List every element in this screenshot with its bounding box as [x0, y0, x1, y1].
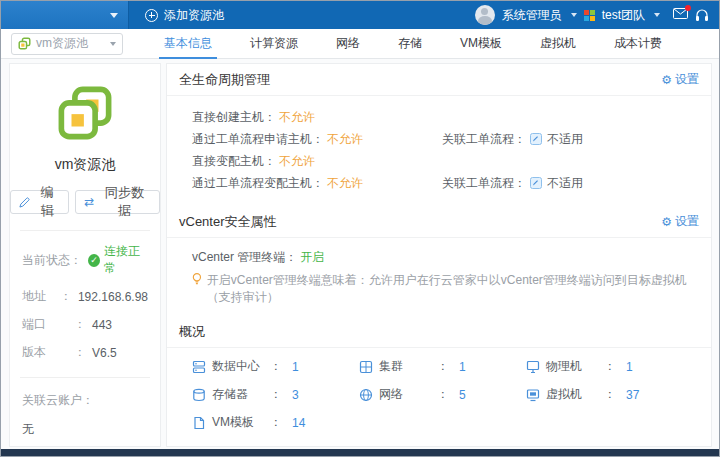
vapp-pool-icon — [58, 86, 112, 140]
cloud-account-value: 无 — [10, 409, 160, 438]
tab-basic-info[interactable]: 基本信息 — [145, 29, 231, 59]
pool-title: vm资源池 — [10, 156, 160, 174]
lifecycle-row-reconfigure-workflow: 通过工单流程变配主机： 不允许 关联工单流程： 不适用 — [192, 172, 699, 194]
chevron-down-icon — [110, 13, 118, 18]
status-row: 当前状态 ： ✓ 连接正常 — [22, 243, 148, 277]
pool-summary-panel: vm资源池 编辑 ⇄ 同步数据 当前状态 ： — [9, 63, 161, 447]
lifecycle-settings-button[interactable]: ⚙ 设置 — [661, 71, 699, 88]
lifecycle-row-reconfigure: 直接变配主机： 不允许 — [192, 150, 699, 172]
datacenter-count-link[interactable]: 1 — [292, 360, 299, 374]
messages-button[interactable] — [673, 8, 688, 22]
lifecycle-row-create: 直接创建主机： 不允许 — [192, 106, 699, 128]
port-label: 端口 — [22, 316, 74, 333]
plus-circle-icon — [145, 9, 158, 22]
secondary-toolbar: vm资源池 基本信息 计算资源 网络 存储 VM模板 虚拟机 成本计费 — [1, 29, 719, 59]
pool-select-dropdown[interactable]: vm资源池 — [11, 33, 123, 55]
workflow-doc-icon — [530, 133, 542, 145]
notification-dot — [685, 5, 691, 11]
tab-network[interactable]: 网络 — [317, 29, 379, 59]
edit-button-label: 编辑 — [34, 184, 60, 220]
tab-storage[interactable]: 存储 — [379, 29, 441, 59]
version-label: 版本 — [22, 344, 74, 361]
overview-item-network: 网络 ： 5 — [359, 386, 526, 403]
datastore-count-link[interactable]: 3 — [292, 388, 299, 402]
pool-select-value: vm资源池 — [36, 35, 88, 52]
vm-template-icon — [192, 416, 206, 430]
host-count-link[interactable]: 1 — [626, 360, 633, 374]
sync-arrows-icon: ⇄ — [84, 195, 94, 209]
vm-count-link[interactable]: 37 — [626, 388, 639, 402]
chevron-down-icon — [571, 13, 577, 17]
overview-item-cluster: 集群 ： 1 — [359, 358, 526, 375]
chevron-down-icon — [654, 13, 660, 17]
datastore-icon — [192, 388, 206, 402]
app-window: 添加资源池 系统管理员 test团队 — [0, 0, 720, 457]
network-icon — [359, 388, 373, 402]
network-count-link[interactable]: 5 — [459, 388, 466, 402]
overview-item-datacenter: 数据中心 ： 1 — [192, 358, 359, 375]
user-avatar[interactable] — [475, 5, 495, 25]
physical-host-icon — [526, 360, 540, 374]
resources-section-header: 可用资源 — [167, 445, 711, 447]
lightbulb-icon — [192, 272, 202, 286]
overview-item-datastore: 存储器 ： 3 — [192, 386, 359, 403]
datacenter-icon — [192, 360, 206, 374]
terminal-status-value: 开启 — [300, 249, 324, 266]
cloud-account-label: 关联云账户： — [10, 378, 160, 409]
terminal-tip: 开启vCenter管理终端意味着：允许用户在行云管家中以vCenter管理终端访… — [192, 272, 699, 306]
overview-title: 概况 — [179, 323, 205, 341]
status-badge: ✓ 连接正常 — [88, 243, 148, 277]
tab-vm-templates[interactable]: VM模板 — [441, 29, 521, 59]
tab-bar: 基本信息 计算资源 网络 存储 VM模板 虚拟机 成本计费 — [145, 29, 681, 59]
tab-cost-billing[interactable]: 成本计费 — [595, 29, 681, 59]
port-row: 端口 ： 443 — [22, 316, 148, 333]
sync-data-button[interactable]: ⇄ 同步数据 — [75, 190, 160, 214]
sync-button-label: 同步数据 — [98, 184, 151, 220]
version-value: V6.5 — [92, 346, 117, 360]
tab-virtual-machines[interactable]: 虚拟机 — [521, 29, 595, 59]
add-resource-pool-button[interactable]: 添加资源池 — [145, 7, 224, 24]
gear-icon: ⚙ — [661, 216, 672, 228]
content-area: vm资源池 编辑 ⇄ 同步数据 当前状态 ： — [1, 59, 719, 449]
top-navbar: 添加资源池 系统管理员 test团队 — [1, 1, 719, 29]
template-count-link[interactable]: 14 — [292, 416, 305, 430]
team-grid-icon — [584, 10, 595, 21]
lifecycle-title: 全生命周期管理 — [179, 71, 270, 89]
virtual-machine-icon — [526, 388, 540, 402]
overview-item-vm: 虚拟机 ： 37 — [526, 386, 699, 403]
bottom-taskbar — [1, 449, 719, 456]
address-value: 192.168.6.98 — [78, 290, 148, 304]
status-value: 连接正常 — [104, 243, 148, 277]
add-resource-pool-label: 添加资源池 — [164, 7, 224, 24]
user-menu[interactable]: 系统管理员 — [502, 7, 562, 24]
lifecycle-section-header: 全生命周期管理 ⚙ 设置 — [167, 64, 711, 95]
security-settings-button[interactable]: ⚙ 设置 — [661, 213, 699, 230]
overview-item-template: VM模板 ： 14 — [192, 414, 359, 431]
chevron-down-icon — [110, 42, 116, 46]
cluster-count-link[interactable]: 1 — [459, 360, 466, 374]
pencil-icon — [19, 197, 30, 208]
topbar-right-cluster: 系统管理员 test团队 — [475, 5, 719, 25]
overview-item-host: 物理机 ： 1 — [526, 358, 699, 375]
security-section-header: vCenter安全属性 ⚙ 设置 — [167, 206, 711, 237]
cluster-icon — [359, 360, 373, 374]
check-circle-icon: ✓ — [88, 254, 100, 267]
port-value: 443 — [92, 318, 112, 332]
vapp-mini-icon — [18, 37, 31, 50]
headset-icon[interactable] — [695, 9, 709, 22]
lifecycle-row-apply-workflow: 通过工单流程申请主机： 不允许 关联工单流程： 不适用 — [192, 128, 699, 150]
overview-grid: 数据中心 ： 1 集群 ： 1 — [167, 348, 711, 445]
gear-icon: ⚙ — [661, 74, 672, 86]
detail-panel: 全生命周期管理 ⚙ 设置 直接创建主机： 不允许 通过工单流程申请主机： — [166, 63, 712, 447]
terminal-status-row: vCenter 管理终端： 开启 — [192, 246, 699, 268]
tab-compute-resources[interactable]: 计算资源 — [231, 29, 317, 59]
team-menu[interactable]: test团队 — [602, 7, 645, 24]
security-title: vCenter安全属性 — [179, 213, 277, 231]
address-row: 地址 ： 192.168.6.98 — [22, 288, 148, 305]
version-row: 版本 ： V6.5 — [22, 344, 148, 361]
status-label: 当前状态 — [22, 252, 70, 269]
workspace-select[interactable] — [1, 1, 129, 29]
edit-button[interactable]: 编辑 — [10, 190, 69, 214]
overview-section-header: 概况 — [167, 316, 711, 347]
workflow-doc-icon — [530, 177, 542, 189]
